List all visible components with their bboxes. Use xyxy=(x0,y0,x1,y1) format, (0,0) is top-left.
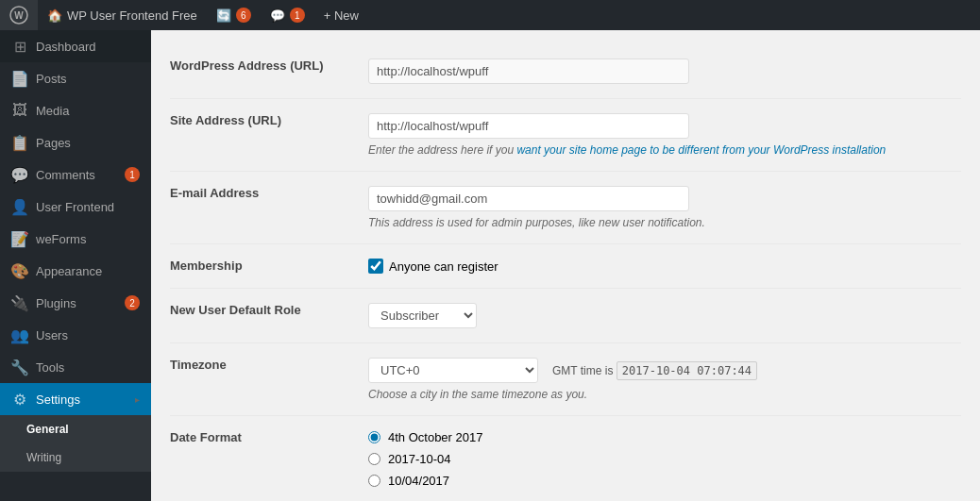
settings-form-table: WordPress Address (URL) Site Address (UR… xyxy=(170,44,961,501)
new-user-role-label: New User Default Role xyxy=(170,289,359,343)
membership-label: Membership xyxy=(170,244,359,289)
table-row: WordPress Address (URL) xyxy=(170,44,961,99)
sidebar-item-user-frontend[interactable]: 👤 User Frontend xyxy=(0,191,151,223)
settings-icon: ⚙ xyxy=(11,391,28,408)
sidebar-item-writing[interactable]: Writing xyxy=(0,443,151,472)
wp-address-label: WordPress Address (URL) xyxy=(170,44,359,99)
new-label: + New xyxy=(324,8,359,23)
site-address-hint-link[interactable]: want your site home page to be different… xyxy=(516,143,886,157)
sidebar-item-settings[interactable]: ⚙ Settings ▸ xyxy=(0,383,151,415)
site-address-label: Site Address (URL) xyxy=(170,99,359,172)
sidebar-item-label: Users xyxy=(36,328,68,342)
sidebar-item-tools[interactable]: 🔧 Tools xyxy=(0,351,151,383)
date-format-label-1: 4th October 2017 xyxy=(388,430,482,444)
date-format-radio-3[interactable] xyxy=(368,475,380,487)
sidebar-item-appearance[interactable]: 🎨 Appearance xyxy=(0,255,151,287)
sidebar: ⊞ Dashboard 📄 Posts 🖼 Media 📋 Pages 💬 Co… xyxy=(0,0,151,501)
date-format-option-3: 10/04/2017 xyxy=(368,474,952,488)
email-label: E-mail Address xyxy=(170,172,359,244)
membership-checkbox[interactable] xyxy=(368,259,383,274)
sidebar-item-label: Pages xyxy=(36,136,71,150)
gmt-info: GMT time is 2017-10-04 07:07:44 xyxy=(552,364,757,377)
date-format-radio-2[interactable] xyxy=(368,453,380,465)
date-format-radio-1[interactable] xyxy=(368,431,380,443)
site-address-input[interactable] xyxy=(368,113,689,139)
sidebar-item-label: Media xyxy=(36,104,69,118)
membership-cell: Anyone can register xyxy=(359,244,961,289)
table-row: Date Format 4th October 2017 2017-10-04 xyxy=(170,416,961,502)
weforms-icon: 📝 xyxy=(11,230,28,247)
sidebar-item-pages[interactable]: 📋 Pages xyxy=(0,126,151,159)
sidebar-item-label: Comments xyxy=(36,168,95,182)
sidebar-item-media[interactable]: 🖼 Media xyxy=(0,94,151,126)
home-icon: 🏠 xyxy=(47,8,62,23)
updates-icon: 🔄 xyxy=(216,8,231,23)
sidebar-item-users[interactable]: 👥 Users xyxy=(0,319,151,351)
date-format-radio-group: 4th October 2017 2017-10-04 10/04/2017 xyxy=(368,430,952,488)
main-content: WordPress Address (URL) Site Address (UR… xyxy=(151,0,980,501)
wp-logo-bar-item[interactable]: W xyxy=(0,0,38,30)
timezone-cell: UTC+0 UTC+1 UTC-5 GMT time is 2017-10-04… xyxy=(359,343,961,416)
sidebar-item-comments[interactable]: 💬 Comments 1 xyxy=(0,159,151,191)
sidebar-item-label: Tools xyxy=(36,360,64,375)
sidebar-item-label: Posts xyxy=(36,72,67,86)
membership-checkbox-label: Anyone can register xyxy=(389,259,498,274)
email-input[interactable] xyxy=(368,186,689,211)
plugins-icon: 🔌 xyxy=(11,294,28,311)
svg-text:W: W xyxy=(14,10,24,21)
table-row: Site Address (URL) Enter the address her… xyxy=(170,99,961,172)
wp-address-input[interactable] xyxy=(368,58,689,84)
new-user-role-select[interactable]: Subscriber Contributor Author Editor Adm… xyxy=(368,303,477,328)
sidebar-item-label: weForms xyxy=(36,232,86,246)
new-bar-item[interactable]: + New xyxy=(314,0,368,30)
updates-count: 6 xyxy=(236,8,251,23)
date-format-option-2: 2017-10-04 xyxy=(368,452,952,466)
sidebar-item-general[interactable]: General xyxy=(0,415,151,443)
plugins-badge: 2 xyxy=(125,295,140,310)
comments-bar-item[interactable]: 💬 1 xyxy=(261,0,314,30)
timezone-select[interactable]: UTC+0 UTC+1 UTC-5 xyxy=(368,358,538,383)
sidebar-item-label: Appearance xyxy=(36,264,102,278)
table-row: Membership Anyone can register xyxy=(170,244,961,289)
sidebar-item-weforms[interactable]: 📝 weForms xyxy=(0,223,151,255)
site-name-bar-item[interactable]: 🏠 WP User Frontend Free xyxy=(38,0,207,30)
date-format-label-3: 10/04/2017 xyxy=(388,474,449,488)
timezone-row: UTC+0 UTC+1 UTC-5 GMT time is 2017-10-04… xyxy=(368,358,952,383)
gmt-time: 2017-10-04 07:07:44 xyxy=(617,361,757,380)
submenu-general-label: General xyxy=(26,423,69,436)
users-icon: 👥 xyxy=(11,326,28,343)
site-address-cell: Enter the address here if you want your … xyxy=(359,99,961,172)
media-icon: 🖼 xyxy=(11,102,28,119)
comments-icon: 💬 xyxy=(270,8,285,23)
sidebar-item-posts[interactable]: 📄 Posts xyxy=(0,62,151,94)
tools-icon: 🔧 xyxy=(11,359,28,376)
site-address-hint: Enter the address here if you want your … xyxy=(368,143,952,157)
wp-address-cell xyxy=(359,44,961,99)
timezone-hint: Choose a city in the same timezone as yo… xyxy=(368,388,952,401)
email-cell: This address is used for admin purposes,… xyxy=(359,172,961,244)
table-row: E-mail Address This address is used for … xyxy=(170,172,961,244)
pages-icon: 📋 xyxy=(11,134,28,151)
membership-checkbox-wrap: Anyone can register xyxy=(368,259,952,274)
sidebar-item-label: Plugins xyxy=(36,296,76,310)
appearance-icon: 🎨 xyxy=(11,262,28,279)
wp-logo-icon: W xyxy=(9,6,28,25)
sidebar-item-dashboard[interactable]: ⊞ Dashboard xyxy=(0,30,151,62)
updates-bar-item[interactable]: 🔄 6 xyxy=(207,0,261,30)
date-format-cell: 4th October 2017 2017-10-04 10/04/2017 xyxy=(359,416,961,502)
comments-count: 1 xyxy=(290,8,305,23)
sidebar-item-label: User Frontend xyxy=(36,200,114,214)
table-row: Timezone UTC+0 UTC+1 UTC-5 GMT time is 2 xyxy=(170,343,961,416)
new-user-role-cell: Subscriber Contributor Author Editor Adm… xyxy=(359,289,961,343)
table-row: New User Default Role Subscriber Contrib… xyxy=(170,289,961,343)
dashboard-icon: ⊞ xyxy=(11,38,28,55)
comments-badge: 1 xyxy=(125,167,140,182)
comments-menu-icon: 💬 xyxy=(11,166,28,183)
timezone-label: Timezone xyxy=(170,343,359,416)
posts-icon: 📄 xyxy=(11,70,28,87)
site-name-label: WP User Frontend Free xyxy=(67,8,197,23)
sidebar-item-plugins[interactable]: 🔌 Plugins 2 xyxy=(0,287,151,319)
date-format-option-1: 4th October 2017 xyxy=(368,430,952,444)
date-format-label-2: 2017-10-04 xyxy=(388,452,451,466)
submenu-writing-label: Writing xyxy=(26,451,61,464)
